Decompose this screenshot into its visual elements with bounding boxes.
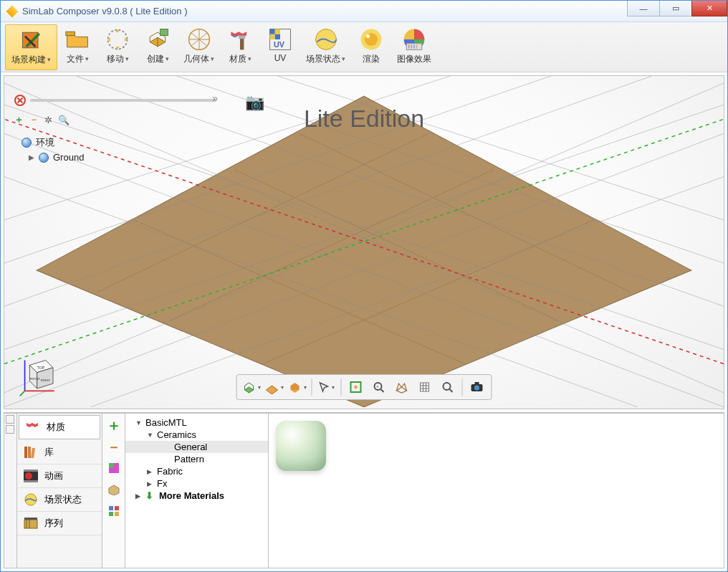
- viewport-3d[interactable]: Lite Edition 📷 ＋ － ✲ 🔍 环境 ▶: [4, 75, 724, 409]
- settings-gear-icon[interactable]: ✲: [44, 115, 52, 125]
- uv-icon: UV: [266, 26, 294, 53]
- tab-scene-state-label: 场景状态: [44, 493, 82, 506]
- svg-text:UV: UV: [274, 39, 285, 48]
- ribbon-move[interactable]: 移动▾: [97, 24, 138, 70]
- material-thumbnail[interactable]: [276, 421, 326, 471]
- panel-tabs: 材质 库 动画 场景状态 序列: [16, 413, 102, 568]
- vp-zoom-extents[interactable]: [438, 377, 458, 397]
- tree-item-ground[interactable]: ▶ Ground: [14, 151, 216, 164]
- camera-icon[interactable]: 📷: [245, 93, 264, 112]
- ribbon-geometry[interactable]: 几何体▾: [178, 24, 220, 70]
- svg-rect-85: [109, 506, 113, 510]
- tab-animation[interactable]: 动画: [17, 464, 102, 488]
- tab-sequence-label: 序列: [44, 517, 63, 530]
- tab-library-label: 库: [44, 446, 54, 459]
- svg-point-18: [366, 34, 370, 37]
- panel-collapse[interactable]: [4, 413, 16, 568]
- mat-add-icon[interactable]: ＋: [107, 418, 121, 432]
- svg-text:TOP: TOP: [37, 366, 45, 370]
- svg-rect-70: [475, 382, 479, 385]
- svg-line-67: [450, 389, 453, 392]
- window-title: SimLab Composer v9.0.8 ( Lite Edition ): [22, 6, 188, 16]
- app-window: SimLab Composer v9.0.8 ( Lite Edition ) …: [0, 0, 728, 572]
- geometry-icon: [185, 26, 214, 53]
- ribbon-image-fx-label: 图像效果: [397, 53, 431, 65]
- ribbon-uv[interactable]: UV UV: [260, 24, 300, 70]
- scene-state-icon: [312, 26, 340, 53]
- timeline-slider[interactable]: [30, 99, 216, 102]
- vp-wireframe[interactable]: [415, 377, 435, 397]
- scene-outliner: 环境 ▶ Ground: [14, 135, 216, 164]
- svg-point-75: [25, 472, 32, 480]
- vp-fit[interactable]: [346, 377, 366, 397]
- material-tab-icon: [25, 420, 41, 434]
- svg-text:FRONT: FRONT: [29, 377, 40, 381]
- ribbon-file[interactable]: 文件▾: [57, 24, 97, 70]
- tab-library[interactable]: 库: [17, 441, 102, 464]
- close-button[interactable]: ✕: [691, 1, 727, 16]
- tree-ground-label: Ground: [53, 152, 84, 163]
- ribbon-scene-state[interactable]: 场景状态▾: [300, 24, 351, 70]
- library-tab-icon: [23, 445, 39, 459]
- mtree-pattern[interactable]: Pattern: [125, 453, 268, 465]
- svg-rect-88: [115, 512, 119, 516]
- mtree-ceramics[interactable]: ▼Ceramics: [125, 429, 268, 441]
- mat-grid-icon[interactable]: [107, 504, 121, 518]
- svg-rect-76: [24, 469, 38, 472]
- ribbon-uv-label: UV: [274, 53, 287, 63]
- ribbon-toolbar: 场景构建▾ 文件▾ 移动▾ 创建▾ 几何体▾: [1, 22, 727, 72]
- mat-swatch-icon[interactable]: [107, 461, 121, 475]
- tree-env-label: 环境: [36, 136, 54, 149]
- tree-item-environment[interactable]: 环境: [14, 135, 216, 151]
- scene-state-tab-icon: [23, 492, 39, 507]
- tab-sequence[interactable]: 序列: [17, 512, 102, 535]
- mtree-fx[interactable]: ▶Fx: [125, 477, 268, 490]
- vp-select[interactable]: [317, 377, 337, 397]
- svg-rect-7: [240, 38, 244, 49]
- viewport-toolbar: +: [236, 374, 492, 400]
- add-icon[interactable]: ＋: [14, 113, 24, 126]
- mtree-fabric[interactable]: ▶Fabric: [125, 465, 268, 477]
- minimize-button[interactable]: ―: [627, 1, 660, 16]
- vp-perspective[interactable]: [392, 377, 412, 397]
- remove-icon[interactable]: －: [29, 113, 39, 126]
- move-icon: [103, 26, 132, 53]
- vp-snapshot[interactable]: [467, 377, 487, 397]
- create-icon: [143, 26, 172, 53]
- vp-display-mode[interactable]: [241, 377, 262, 397]
- vp-ground[interactable]: [264, 377, 284, 397]
- svg-rect-12: [270, 34, 275, 39]
- tab-material-label: 材质: [47, 421, 65, 434]
- svg-rect-8: [239, 35, 245, 39]
- svg-point-4: [108, 29, 128, 49]
- mat-package-icon[interactable]: [107, 482, 121, 497]
- search-icon[interactable]: 🔍: [58, 115, 70, 125]
- material-preview-area[interactable]: [269, 413, 724, 568]
- ribbon-render[interactable]: 渲染: [351, 24, 391, 70]
- svg-rect-3: [66, 32, 75, 35]
- mat-remove-icon[interactable]: －: [107, 439, 121, 454]
- animation-tab-icon: [23, 469, 39, 483]
- material-toolbar: ＋ －: [102, 413, 125, 568]
- ribbon-image-fx[interactable]: 图像效果: [391, 24, 437, 70]
- view-cube[interactable]: TOP FRONT RIGHT: [19, 354, 62, 397]
- clear-selection-icon[interactable]: [14, 95, 26, 106]
- expand-icon[interactable]: ▶: [29, 153, 34, 161]
- maximize-button[interactable]: ▭: [659, 1, 692, 16]
- material-tree: ▼BasicMTL ▼Ceramics General Pattern ▶Fab…: [125, 413, 269, 568]
- svg-rect-86: [115, 506, 119, 510]
- ribbon-material[interactable]: 材质▾: [220, 24, 260, 70]
- mtree-basicmtl[interactable]: ▼BasicMTL: [125, 416, 268, 429]
- ribbon-create[interactable]: 创建▾: [138, 24, 178, 70]
- mtree-more[interactable]: ▶⬇More Materials: [125, 490, 268, 502]
- tab-material[interactable]: 材质: [19, 415, 100, 439]
- vp-zoom[interactable]: +: [369, 377, 389, 397]
- tab-scene-state[interactable]: 场景状态: [17, 488, 102, 512]
- svg-rect-73: [31, 448, 35, 458]
- sequence-tab-icon: [23, 516, 39, 530]
- mtree-general[interactable]: General: [125, 441, 268, 453]
- ribbon-scene-build[interactable]: 场景构建▾: [5, 24, 57, 70]
- svg-rect-11: [275, 29, 280, 34]
- vp-shade[interactable]: [287, 377, 307, 397]
- ribbon-material-label: 材质: [229, 53, 246, 65]
